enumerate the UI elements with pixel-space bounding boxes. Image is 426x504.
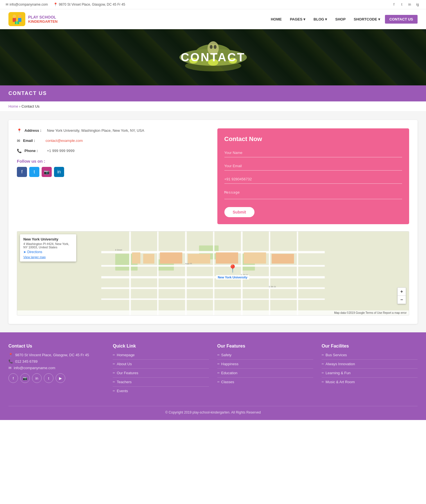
main-content: 📍 Address : New York University, Washing… <box>0 112 426 332</box>
linkedin-top-icon[interactable]: in <box>407 2 413 7</box>
linkedin-icon[interactable]: in <box>54 167 64 177</box>
nav-contact-us[interactable]: CONTACT US <box>385 15 418 24</box>
zoom-out-button[interactable]: − <box>398 296 406 304</box>
footer-youtube-icon[interactable]: ▶ <box>56 373 65 383</box>
hero-title: CONTACT <box>181 51 245 64</box>
instagram-icon[interactable]: 📷 <box>42 167 52 177</box>
map-footer: Map data ©2019 Google Terms of Use Repor… <box>17 310 409 315</box>
phone-input[interactable] <box>224 175 402 184</box>
facebook-top-icon[interactable]: f <box>391 2 397 7</box>
map-place-name: New York University <box>23 237 73 241</box>
name-input[interactable] <box>224 148 402 157</box>
view-larger-link[interactable]: View larger map <box>23 255 73 259</box>
footer-pin-icon: 📍 <box>8 353 13 357</box>
footer-quicklink-features[interactable]: ✏ Our Features <box>113 371 209 378</box>
address-info: 📍 9870 St Vinset Place, Glasgow, DC 45 F… <box>53 3 125 6</box>
email-envelope-icon: ✉ <box>17 139 20 143</box>
logo-text: PLAY SCHOOL KINDERGARTEN <box>28 15 58 24</box>
feature-icon-3: ✏ <box>217 371 220 374</box>
zoom-in-button[interactable]: + <box>398 288 406 296</box>
svg-rect-38 <box>244 253 266 264</box>
nav-shortcode[interactable]: SHORTCODE ▾ <box>350 15 384 24</box>
twitter-top-icon[interactable]: t <box>399 2 405 7</box>
nav-shop[interactable]: SHOP <box>332 15 349 24</box>
map-container: 8 Street Astor Pl E 7th St E 5th St New … <box>17 231 409 315</box>
map-address: 4 Washington Pl #424, New York, NY 10003… <box>23 242 73 249</box>
nav-blog[interactable]: BLOG ▾ <box>310 15 330 24</box>
footer-quicklink-events[interactable]: ✏ Events <box>113 389 209 395</box>
directions-link[interactable]: ➤ Directions <box>23 250 73 254</box>
footer-grid: Contact Us 📍 9870 St Vincent Place, Glas… <box>8 344 418 398</box>
svg-text:Astor Pl: Astor Pl <box>185 263 192 265</box>
link-icon-4: ✏ <box>113 380 115 383</box>
address-pin-icon: 📍 <box>17 128 22 133</box>
footer-address-item: 📍 9870 St Vincent Place, Glasgow, DC 45 … <box>8 353 104 357</box>
email-field-wrap <box>224 162 402 171</box>
footer-facilite-innovation[interactable]: ✏ Always Innovation <box>322 362 418 369</box>
footer-twitter-icon[interactable]: t <box>44 373 53 383</box>
footer-quicklink-teachers[interactable]: ✏ Teachers <box>113 380 209 387</box>
footer-email-icon: ✉ <box>8 366 12 370</box>
location-icon: 📍 <box>53 3 58 6</box>
top-bar-social: f t in ig <box>391 2 420 7</box>
feature-icon-4: ✏ <box>217 380 220 383</box>
phone-row: 📞 Phone : +1 999 999 9999 <box>17 149 209 153</box>
social-icons: f t 📷 in <box>17 167 209 177</box>
form-title: Contact Now <box>224 135 402 143</box>
footer-facilite-bus[interactable]: ✏ Bus Services <box>322 353 418 360</box>
svg-text:E 5th St: E 5th St <box>269 286 276 288</box>
map-label: New York University <box>216 275 249 280</box>
footer-feature-education[interactable]: ✏ Education <box>217 371 313 378</box>
email-link[interactable]: contact@example.com <box>46 139 83 143</box>
footer-features-title: Our Features <box>217 344 313 349</box>
submit-button[interactable]: Submit <box>224 207 254 217</box>
top-bar-left: ✉ info@companyname.com 📍 9870 St Vinset … <box>6 3 125 6</box>
feature-icon-1: ✏ <box>217 353 220 357</box>
footer-linkedin-icon[interactable]: in <box>32 373 42 383</box>
svg-rect-35 <box>160 253 182 264</box>
footer-feature-classes[interactable]: ✏ Classes <box>217 380 313 386</box>
logo: PLAY SCHOOL KINDERGARTEN <box>8 12 58 26</box>
contact-form-card: Contact Now Submit <box>217 128 409 224</box>
footer-facilite-music[interactable]: ✏ Music & Art Room <box>322 380 418 386</box>
breadcrumb: Home › Contact Us <box>0 101 426 112</box>
twitter-icon[interactable]: t <box>29 167 39 177</box>
email-info: ✉ info@companyname.com <box>6 3 48 6</box>
copyright-text: © Copyright 2019 play-school-kindergarte… <box>165 410 261 414</box>
svg-point-10 <box>210 45 213 49</box>
message-input[interactable] <box>224 188 402 199</box>
footer-quicklink-about[interactable]: ✏ About Us <box>113 362 209 369</box>
breadcrumb-current: Contact Us <box>21 104 39 108</box>
footer-instagram-icon[interactable]: 📷 <box>20 373 30 383</box>
footer-facebook-icon[interactable]: f <box>8 373 18 383</box>
svg-rect-2 <box>13 18 16 22</box>
svg-point-3 <box>18 15 21 18</box>
breadcrumb-home[interactable]: Home <box>8 104 18 108</box>
email-input[interactable] <box>224 162 402 171</box>
footer-contact-col: Contact Us 📍 9870 St Vincent Place, Glas… <box>8 344 104 398</box>
footer-facilites-title: Our Facilites <box>322 344 418 349</box>
link-icon-3: ✏ <box>113 371 115 374</box>
footer-email-item: ✉ info@companyname.com <box>8 366 104 370</box>
footer-phone-item: 📞 012 345 6789 <box>8 359 104 364</box>
svg-rect-28 <box>185 231 187 315</box>
instagram-top-icon[interactable]: ig <box>415 2 420 7</box>
footer-quicklink-homepage[interactable]: ✏ Homepage <box>113 353 209 360</box>
map-pin: 📍 <box>228 264 238 273</box>
hero-section: CONTACT <box>0 29 426 85</box>
footer-facilite-learning[interactable]: ✏ Learning & Fun <box>322 371 418 378</box>
nav-pages[interactable]: PAGES ▾ <box>287 15 309 24</box>
footer-phone-icon: 📞 <box>8 359 13 364</box>
logo-icon <box>8 12 25 26</box>
email-row: ✉ Email : contact@example.com <box>17 139 209 143</box>
svg-rect-37 <box>216 253 238 264</box>
phone-icon: 📞 <box>17 149 22 153</box>
svg-rect-27 <box>157 231 159 315</box>
svg-text:8 Street: 8 Street <box>115 249 122 251</box>
nav-home[interactable]: HOME <box>267 15 285 24</box>
footer-feature-happiness[interactable]: ✏ Happiness <box>217 362 313 369</box>
svg-rect-39 <box>272 254 294 264</box>
facebook-icon[interactable]: f <box>17 167 27 177</box>
footer-feature-safety[interactable]: ✏ Safety <box>217 353 313 360</box>
contact-grid: 📍 Address : New York University, Washing… <box>17 128 409 224</box>
